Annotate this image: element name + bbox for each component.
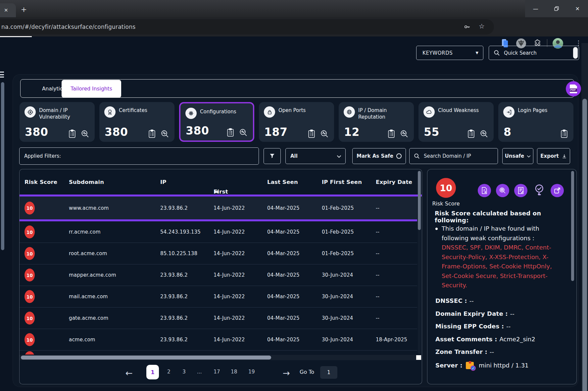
external-link-icon bbox=[554, 187, 561, 194]
field-label: Asset Comments : bbox=[435, 336, 497, 343]
hamburger-menu-icon[interactable] bbox=[0, 72, 5, 79]
filter-button[interactable] bbox=[264, 148, 281, 164]
table-row[interactable]: 10 root.acme.com 85.10.225.138 14-Jun-20… bbox=[20, 243, 417, 264]
card-domain-ip-vulnerability[interactable]: Domain / IP Vulnerability 380 bbox=[20, 102, 95, 142]
clipboard-icon[interactable] bbox=[467, 129, 475, 139]
clipboard-icon[interactable] bbox=[148, 129, 156, 139]
col-last-seen[interactable]: Last Seen bbox=[267, 179, 298, 185]
keywords-dropdown[interactable]: KEYWORDS ▼ bbox=[416, 46, 483, 60]
left-scrollbar-thumb[interactable] bbox=[1, 82, 4, 250]
page-button[interactable]: 18 bbox=[231, 369, 237, 375]
scan-pulse-icon[interactable] bbox=[400, 130, 409, 138]
browser-menu-kebab-icon[interactable]: ⋮ bbox=[575, 39, 582, 46]
export-pdf-button[interactable]: PDF bbox=[566, 81, 581, 96]
page-button[interactable]: 2 bbox=[167, 369, 171, 375]
col-risk-score[interactable]: Risk Score bbox=[24, 179, 57, 185]
mark-as-safe-label: Mark As Safe bbox=[357, 153, 393, 159]
notes-edit-button[interactable] bbox=[514, 184, 527, 197]
card-configurations[interactable]: Configurations 380 bbox=[179, 102, 254, 142]
browser-address-bar: na.com/#/decyfir/attacksurface/configura… bbox=[0, 17, 588, 36]
radio-circle-icon bbox=[396, 153, 402, 159]
col-subdomain[interactable]: Subdomain bbox=[69, 179, 104, 185]
export-button[interactable]: Export bbox=[537, 148, 570, 164]
cell-expiry: -- bbox=[376, 272, 379, 278]
filter-type-select[interactable]: All bbox=[285, 148, 346, 164]
table-row[interactable]: 10 acme.com 23.93.86.2 14-Jun-2022 04-Ma… bbox=[20, 329, 417, 350]
clipboard-icon[interactable] bbox=[308, 129, 316, 139]
bullet-intro-text: This domain / IP have found with followi… bbox=[442, 225, 539, 242]
scan-pulse-icon[interactable] bbox=[239, 128, 248, 137]
cell-last-seen: 04-Mar-2025 bbox=[267, 294, 300, 300]
deep-scan-button[interactable] bbox=[496, 184, 509, 197]
table-vertical-scrollbar[interactable] bbox=[418, 170, 421, 354]
clipboard-icon[interactable] bbox=[226, 128, 234, 137]
sort-next-icon[interactable]: > bbox=[214, 189, 219, 195]
card-cloud-weakness[interactable]: Cloud Weakness 55 bbox=[418, 102, 494, 142]
external-link-button[interactable] bbox=[551, 184, 564, 197]
unsafe-select[interactable]: Unsafe bbox=[502, 148, 533, 164]
col-ip-first-seen[interactable]: IP First Seen bbox=[322, 179, 362, 185]
table-row[interactable]: 10 www.acme.com 23.93.86.2 14-Jun-2022 0… bbox=[20, 196, 417, 219]
risk-explainer-bullet: This domain / IP have found with followi… bbox=[435, 224, 561, 290]
risk-score-badge: 10 bbox=[24, 201, 35, 214]
domain-search-input[interactable] bbox=[423, 153, 489, 159]
table-horizontal-scroll-thumb[interactable] bbox=[21, 356, 271, 360]
tab-tailored-insights[interactable]: Tailored Insights bbox=[62, 80, 121, 98]
table-row[interactable]: 10 rr.acme.com 54.243.193.135 14-Jun-202… bbox=[20, 221, 417, 243]
table-row[interactable]: 10 gate.acme.com 23.93.86.2 14-Jun-2022 … bbox=[20, 307, 417, 329]
window-scrollbar-track[interactable] bbox=[581, 43, 588, 391]
cell-first-seen: 14-Jun-2022 bbox=[214, 272, 245, 278]
restore-button[interactable] bbox=[546, 0, 567, 17]
new-tab-button[interactable]: + bbox=[19, 4, 29, 15]
cell-first-seen: 14-Jun-2022 bbox=[214, 337, 245, 343]
col-ip[interactable]: IP bbox=[160, 179, 167, 185]
window-scrollbar-thumb[interactable] bbox=[582, 99, 587, 391]
table-vertical-scroll-thumb[interactable] bbox=[418, 171, 421, 230]
cell-expiry: -- bbox=[376, 251, 379, 256]
detail-scrollbar-thumb[interactable] bbox=[571, 171, 574, 281]
keywords-label: KEYWORDS bbox=[422, 50, 453, 56]
applied-filters-label: Applied Filters: bbox=[24, 153, 61, 159]
page-button[interactable]: 3 bbox=[182, 369, 186, 375]
cell-last-seen: 04-Mar-2025 bbox=[267, 205, 300, 211]
cell-ip: 85.10.225.138 bbox=[160, 251, 197, 256]
tab-close-button[interactable]: ✕ bbox=[4, 7, 8, 13]
report-download-button[interactable] bbox=[478, 184, 491, 197]
page-button[interactable]: 19 bbox=[248, 369, 255, 375]
prev-page-arrow[interactable]: ← bbox=[125, 368, 133, 378]
domain-search-box[interactable] bbox=[409, 148, 498, 164]
page-button[interactable]: 17 bbox=[214, 369, 220, 375]
card-login-pages[interactable]: Login Pages 8 bbox=[498, 102, 573, 142]
scan-pulse-icon[interactable] bbox=[480, 130, 488, 138]
card-ip-domain-reputation[interactable]: IP / Domain Reputation 12 bbox=[339, 102, 414, 142]
clipboard-icon[interactable] bbox=[560, 129, 568, 139]
close-window-button[interactable]: ✕ bbox=[567, 0, 588, 17]
card-certificates[interactable]: Certificates 380 bbox=[99, 102, 174, 142]
certificate-icon bbox=[104, 106, 116, 118]
next-page-arrow[interactable]: → bbox=[283, 368, 290, 378]
minimize-button[interactable]: — bbox=[525, 0, 546, 17]
goto-page-input[interactable] bbox=[320, 366, 337, 379]
url-field[interactable]: na.com/#/decyfir/attacksurface/configura… bbox=[0, 19, 494, 34]
table-horizontal-scrollbar[interactable] bbox=[20, 355, 422, 360]
quick-search-input[interactable] bbox=[503, 50, 563, 56]
col-expiry-date[interactable]: Expiry Date bbox=[376, 179, 412, 185]
mark-safe-check-button[interactable] bbox=[532, 184, 546, 197]
clipboard-icon[interactable] bbox=[68, 129, 76, 139]
bookmark-star-icon[interactable]: ☆ bbox=[479, 22, 485, 30]
card-open-ports[interactable]: Open Ports 187 bbox=[259, 102, 334, 142]
mark-as-safe-button[interactable]: Mark As Safe bbox=[352, 148, 406, 164]
globe-icon bbox=[344, 106, 355, 118]
field-value: -- bbox=[469, 297, 474, 304]
tab-tailored-label: Tailored Insights bbox=[71, 86, 112, 92]
scan-pulse-icon[interactable] bbox=[81, 130, 89, 138]
scan-pulse-icon[interactable] bbox=[320, 130, 329, 138]
table-row[interactable]: 10 mapper.acme.com 23.93.86.2 14-Jun-202… bbox=[20, 264, 417, 286]
quick-search-box[interactable] bbox=[489, 46, 579, 60]
table-row[interactable]: 10 mail.acme.com 23.93.86.2 14-Jun-2022 … bbox=[20, 286, 417, 307]
page-button-current[interactable]: 1 bbox=[146, 365, 159, 379]
clipboard-icon[interactable] bbox=[387, 129, 395, 139]
password-key-icon[interactable] bbox=[464, 23, 471, 30]
scan-pulse-icon[interactable] bbox=[161, 130, 169, 138]
detail-panel: 10 Risk Score Risk Score calculated base… bbox=[427, 169, 577, 384]
